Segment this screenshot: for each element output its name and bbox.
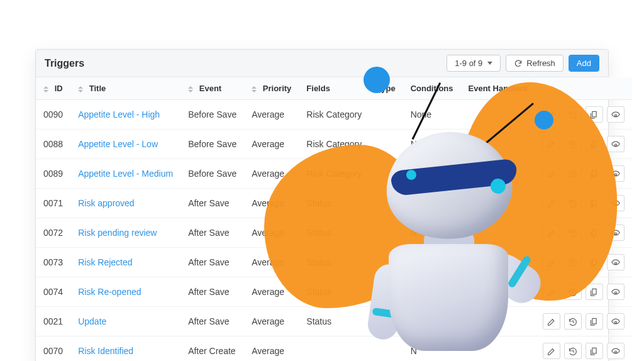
cell-fields: Risk Category	[299, 100, 369, 130]
row-action-view[interactable]	[607, 195, 625, 211]
row-action-edit[interactable]	[543, 343, 560, 359]
cell-fields: Status	[299, 189, 369, 218]
cell-title: Risk Rejected	[70, 248, 180, 277]
cell-priority: Average	[244, 248, 299, 277]
column-header-event[interactable]: Event	[180, 77, 244, 100]
trigger-title-link[interactable]: Risk pending review	[78, 228, 157, 238]
history-icon	[568, 347, 578, 355]
cell-actions	[535, 307, 632, 336]
column-header-fields[interactable]: Fields	[299, 77, 369, 100]
row-action-history[interactable]	[564, 254, 582, 270]
chevron-down-icon	[487, 62, 492, 65]
edit-icon	[547, 228, 557, 237]
cell-id: 0021	[36, 307, 70, 336]
row-action-view[interactable]	[607, 106, 625, 123]
refresh-button[interactable]: Refresh	[506, 55, 564, 72]
sort-icon	[43, 86, 48, 92]
row-actions	[543, 343, 625, 359]
cell-conditions	[403, 277, 461, 307]
row-action-copy[interactable]	[586, 165, 603, 182]
row-action-view[interactable]	[607, 284, 625, 300]
cell-conditions	[403, 307, 461, 336]
cell-type	[369, 307, 402, 336]
row-action-history[interactable]	[564, 106, 582, 123]
history-icon	[568, 140, 578, 148]
cell-conditions	[403, 248, 461, 277]
row-action-view[interactable]	[607, 313, 625, 330]
row-action-edit[interactable]	[543, 106, 560, 123]
edit-icon	[547, 199, 557, 208]
trigger-title-link[interactable]: Appetite Level - High	[78, 109, 160, 119]
row-action-history[interactable]	[564, 313, 582, 330]
row-action-history[interactable]	[564, 136, 582, 152]
view-icon	[611, 169, 621, 178]
row-action-history[interactable]	[564, 165, 582, 182]
cell-fields: Risk Category	[299, 159, 369, 189]
row-action-copy[interactable]	[586, 284, 603, 300]
row-action-history[interactable]	[564, 225, 582, 241]
row-action-copy[interactable]	[586, 313, 603, 330]
row-action-copy[interactable]	[586, 225, 603, 241]
copy-icon	[589, 140, 599, 148]
cell-priority: Average	[244, 159, 299, 189]
cell-id: 0089	[36, 159, 70, 189]
column-header-title[interactable]: Title	[70, 77, 180, 100]
row-action-copy[interactable]	[586, 106, 603, 123]
edit-icon	[547, 258, 557, 267]
cell-actions	[535, 159, 632, 189]
trigger-title-link[interactable]: Appetite Level - Low	[78, 139, 158, 149]
trigger-title-link[interactable]: Risk Identified	[78, 346, 133, 356]
row-action-history[interactable]	[564, 195, 582, 211]
column-header-priority[interactable]: Priority	[244, 77, 299, 100]
row-action-copy[interactable]	[586, 195, 603, 211]
trigger-title-link[interactable]: Update	[78, 316, 106, 326]
trigger-title-link[interactable]: Appetite Level - Medium	[78, 169, 173, 179]
edit-icon	[547, 169, 557, 178]
row-action-edit[interactable]	[543, 136, 560, 152]
cell-id: 0088	[36, 130, 70, 159]
row-action-view[interactable]	[607, 225, 625, 241]
row-action-copy[interactable]	[586, 254, 603, 270]
row-actions	[543, 195, 625, 211]
row-action-edit[interactable]	[543, 254, 560, 270]
cell-fields: Status	[299, 307, 369, 336]
row-action-copy[interactable]	[586, 136, 603, 152]
cell-title: Risk pending review	[70, 218, 180, 248]
cell-fields	[299, 336, 369, 362]
row-action-view[interactable]	[607, 343, 625, 359]
cell-event-handlers	[461, 159, 536, 189]
row-action-edit[interactable]	[543, 195, 560, 211]
trigger-title-link[interactable]: Risk Rejected	[78, 257, 132, 267]
row-action-edit[interactable]	[543, 165, 560, 182]
column-header-type[interactable]: Type	[369, 77, 402, 100]
row-actions	[543, 225, 625, 241]
view-icon	[611, 140, 621, 148]
row-action-edit[interactable]	[543, 225, 560, 241]
cell-id: 0090	[36, 100, 70, 130]
history-icon	[568, 258, 578, 267]
row-action-edit[interactable]	[543, 284, 560, 300]
row-action-copy[interactable]	[586, 343, 603, 359]
edit-icon	[547, 317, 557, 326]
trigger-title-link[interactable]: Risk approved	[78, 198, 135, 208]
row-action-view[interactable]	[607, 136, 625, 152]
row-action-view[interactable]	[607, 165, 625, 182]
column-header-event-handlers[interactable]: Event Handlers	[461, 77, 536, 100]
add-button[interactable]: Add	[569, 55, 599, 72]
row-action-edit[interactable]	[543, 313, 560, 330]
column-header-id[interactable]: ID	[36, 77, 70, 100]
row-action-view[interactable]	[607, 254, 625, 270]
row-action-history[interactable]	[564, 284, 582, 300]
cell-id: 0072	[36, 218, 70, 248]
row-action-history[interactable]	[564, 343, 582, 359]
cell-title: Appetite Level - Low	[70, 130, 180, 159]
refresh-label: Refresh	[526, 58, 555, 68]
cell-actions	[535, 248, 632, 277]
column-header-actions	[535, 77, 632, 100]
pagination-range-button[interactable]: 1-9 of 9	[447, 55, 501, 72]
trigger-title-link[interactable]: Risk Re-opened	[78, 287, 141, 297]
triggers-table: ID Title Event Priority Fields	[36, 77, 632, 361]
cell-priority: Average	[244, 189, 299, 218]
triggers-panel: Triggers 1-9 of 9 Refresh Add ID	[35, 49, 609, 361]
column-header-conditions[interactable]: Conditions	[403, 77, 461, 100]
